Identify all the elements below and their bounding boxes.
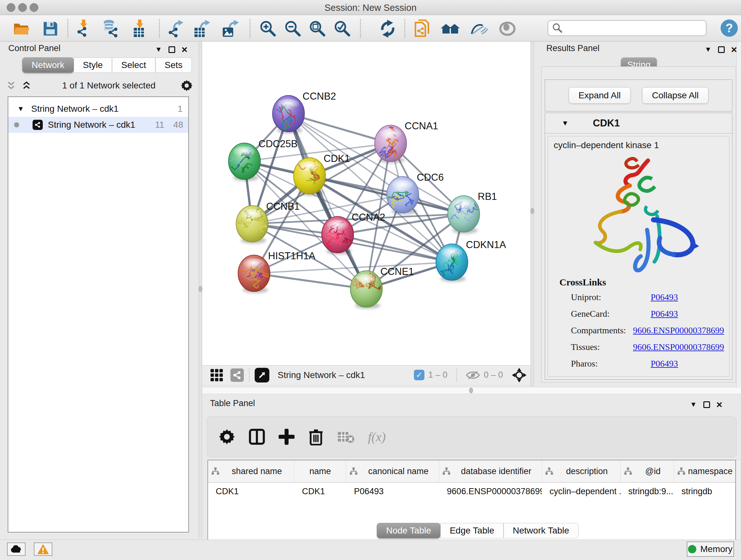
tree-expand-icon[interactable]: ▼ [17,105,24,113]
table-options-gear-icon[interactable] [219,428,235,445]
tab-style[interactable]: Style [74,57,112,73]
open-session-button[interactable] [11,18,32,39]
results-panel-scrollbar[interactable] [737,42,741,387]
column-header-database-identifier[interactable]: database identifier [439,460,542,482]
node-label-CCNA1: CCNA1 [405,120,438,132]
cell-canonical-name[interactable]: P06493 [346,483,439,501]
crosslink-label: Compartments: [571,325,633,335]
crosslink-genecard-link[interactable]: P06493 [651,309,678,319]
left-splitter-handle[interactable] [199,286,202,292]
results-panel-float-icon[interactable] [718,46,725,53]
column-header-description[interactable]: description [542,460,621,482]
control-panel-collapse-icon[interactable]: ▼ [155,45,162,54]
results-panel-title: Results Panel [546,44,600,55]
delete-table-icon[interactable] [337,430,354,444]
network-share-icon[interactable] [230,368,244,382]
tab-network[interactable]: Network [22,57,74,73]
cell-database-identifier[interactable]: 9606.ENSP00000378699 [439,483,542,501]
table-panel-collapse-icon[interactable]: ▼ [690,400,697,409]
export-image-button[interactable] [220,18,241,39]
import-network-button[interactable] [73,18,94,39]
memory-button[interactable]: Memory [687,542,734,557]
hide-graphics-button[interactable] [468,18,489,39]
zoom-fit-button[interactable] [307,18,328,39]
tab-node-table[interactable]: Node Table [377,523,441,538]
equation-fx-button[interactable]: f(x) [368,429,386,444]
add-column-icon[interactable] [279,429,294,445]
show-graphics-button[interactable] [497,18,518,39]
network-collection-row[interactable]: ▼ String Network – cdk1 1 [8,101,188,117]
cell-name[interactable]: CDK1 [294,483,346,501]
column-header-name[interactable]: name [294,460,346,482]
toolbar-search-field[interactable] [548,20,706,36]
collapse-all-networks-icon[interactable] [6,81,16,90]
selected-checkbox-icon[interactable]: ✓ [414,370,424,380]
column-header-id[interactable]: @id [621,460,674,482]
zoom-in-button[interactable] [258,18,279,39]
crosslink-pharos-link[interactable]: P06493 [651,359,678,369]
network-canvas[interactable]: CCNB2CCNA1CDC25BCDK1CDC6RB1CCNB1CCNA2CDK… [202,42,530,365]
edge-HIST1H1A-CCNE1[interactable] [254,273,366,289]
node-CCNB2[interactable]: CCNB2 [273,91,336,133]
expand-all-networks-icon[interactable] [22,81,31,90]
import-table-button[interactable] [129,18,150,39]
column-header-shared-name[interactable]: shared name [208,460,294,482]
node-CDC25B[interactable]: CDC25B [221,138,298,181]
hidden-counts: 0 – 0 [484,370,503,380]
node-CCNE1[interactable]: CCNE1 [350,266,414,309]
crosslink-compartments-link[interactable]: 9606.ENSP00000378699 [633,325,724,335]
gene-header[interactable]: ▼ CDK1 [545,113,732,133]
import-network-from-database-button[interactable] [99,18,121,39]
hidden-eye-slash-icon[interactable] [466,370,480,380]
cell-namespace[interactable]: stringdb [674,483,736,501]
gene-collapse-icon[interactable]: ▼ [562,119,569,127]
node-CDKN1A[interactable]: CDKN1A [436,239,506,282]
column-header-namespace[interactable]: namespace [674,460,735,482]
tab-select[interactable]: Select [112,57,155,73]
tab-network-table[interactable]: Network Table [503,523,579,538]
right-splitter-handle[interactable] [530,208,534,214]
zoom-selected-button[interactable] [332,18,353,39]
collapse-all-button[interactable]: Collapse All [642,87,709,104]
cell-id[interactable]: stringdb:9... [621,483,674,501]
export-network-button[interactable] [165,18,186,39]
delete-column-icon[interactable] [308,428,324,445]
column-header-canonical-name[interactable]: canonical name [346,460,439,482]
tab-edge-table[interactable]: Edge Table [441,523,503,538]
show-columns-icon[interactable] [249,428,265,445]
control-panel-float-icon[interactable] [169,46,175,53]
node-CCNA1[interactable]: CCNA1 [375,120,438,163]
fit-content-crosshair-icon[interactable] [511,367,527,383]
crosslink-uniprot-link[interactable]: P06493 [651,292,678,302]
help-button[interactable]: ? [721,19,738,37]
warnings-button[interactable] [34,543,52,556]
zoom-out-button[interactable] [282,18,304,39]
save-session-button[interactable] [40,18,61,39]
crosslink-tissues-link[interactable]: 9606.ENSP00000378699 [633,342,724,352]
results-panel-collapse-icon[interactable]: ▼ [704,45,712,54]
results-panel-close-icon[interactable]: × [731,46,737,53]
node-CDC6[interactable]: CDC6 [384,172,444,214]
birdseye-view-button[interactable] [255,368,269,382]
cell-shared-name[interactable]: CDK1 [208,483,294,501]
network-options-gear-icon[interactable] [181,79,193,91]
node-label-CDC25B: CDC25B [259,138,297,149]
tab-sets[interactable]: Sets [155,57,192,73]
cloud-button[interactable] [7,543,25,556]
horizontal-splitter-handle[interactable] [469,388,473,393]
refresh-layout-button[interactable] [377,18,398,39]
expand-all-button[interactable]: Expand All [569,87,630,104]
table-vertical-scrollbar[interactable] [736,460,741,550]
right-splitter[interactable] [531,42,534,387]
table-panel-float-icon[interactable] [703,401,710,408]
table-row[interactable]: CDK1 CDK1 P06493 9606.ENSP00000378699 cy… [208,483,735,501]
search-input[interactable] [565,22,706,35]
network-from-document-button[interactable] [412,18,433,39]
network-row-selected[interactable]: String Network – cdk1 11 48 [8,117,188,133]
table-panel-close-icon[interactable]: × [717,401,723,408]
grid-view-icon[interactable] [210,368,223,382]
cell-description[interactable]: cyclin–dependent ... [542,483,621,501]
control-panel-close-icon[interactable]: × [182,46,188,53]
export-table-button[interactable] [192,18,212,39]
houses-button[interactable] [440,18,461,39]
